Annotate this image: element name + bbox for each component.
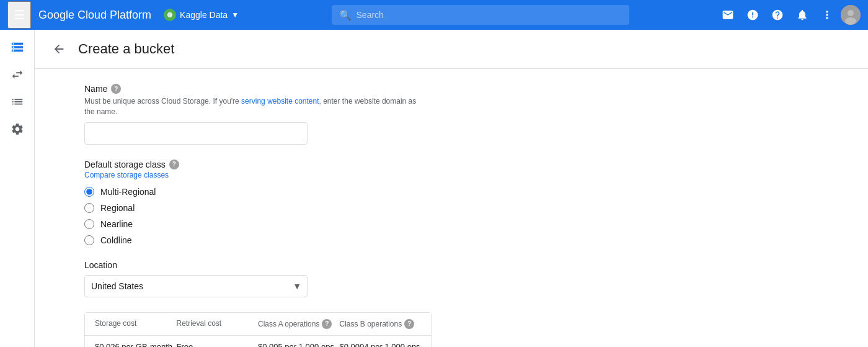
cost-table-header: Storage cost Retrieval cost Class A oper… <box>85 313 431 336</box>
main-content: Create a bucket Name ? Must be unique ac… <box>35 30 868 347</box>
location-select[interactable]: United States European Union Asia <box>84 275 308 297</box>
project-icon <box>164 9 176 21</box>
cost-col-storage: Storage cost <box>95 319 177 329</box>
class-a-help-icon[interactable]: ? <box>322 319 332 329</box>
help-icon-button[interactable] <box>766 4 789 26</box>
more-vert-icon <box>821 9 833 21</box>
radio-multi-regional-input[interactable] <box>84 187 94 197</box>
help-icon <box>771 9 784 21</box>
avatar[interactable] <box>841 5 861 25</box>
radio-regional[interactable]: Regional <box>84 203 419 213</box>
radio-coldline-input[interactable] <box>84 235 94 245</box>
sidebar-item-settings[interactable] <box>5 117 30 142</box>
error-icon-button[interactable] <box>742 4 764 26</box>
project-selector[interactable]: Kaggle Data ▼ <box>159 6 244 24</box>
menu-button[interactable]: ☰ <box>7 1 31 29</box>
storage-class-help-icon[interactable]: ? <box>169 160 179 169</box>
location-label: Location <box>84 260 419 270</box>
more-options-button[interactable] <box>816 4 838 26</box>
app-title: Google Cloud Platform <box>38 9 151 22</box>
cost-value-retrieval: Free <box>177 342 259 347</box>
cost-col-retrieval: Retrieval cost <box>177 319 259 329</box>
radio-nearline-input[interactable] <box>84 219 94 229</box>
cost-value-class-b: $0.0004 per 1,000 ops <box>340 342 422 347</box>
main-layout: Create a bucket Name ? Must be unique ac… <box>0 30 868 347</box>
cost-value-storage: $0.026 per GB-month <box>95 342 177 347</box>
name-description: Must be unique across Cloud Storage. If … <box>84 96 419 117</box>
svg-point-3 <box>845 17 856 25</box>
class-b-help-icon[interactable]: ? <box>404 319 414 329</box>
cost-col-class-b: Class B operations ? <box>340 319 422 329</box>
svg-point-0 <box>167 12 172 17</box>
cost-table: Storage cost Retrieval cost Class A oper… <box>84 312 432 347</box>
name-section: Name ? Must be unique across Cloud Stora… <box>84 84 419 145</box>
location-select-wrapper: United States European Union Asia ▼ <box>84 275 308 297</box>
radio-regional-input[interactable] <box>84 203 94 213</box>
email-icon-button[interactable] <box>717 4 739 26</box>
cost-table-body: $0.026 per GB-month Free $0.005 per 1,00… <box>85 336 431 347</box>
sidebar-item-transfer[interactable] <box>5 62 30 87</box>
top-navigation: ☰ Google Cloud Platform Kaggle Data ▼ 🔍 <box>0 0 868 30</box>
radio-coldline[interactable]: Coldline <box>84 235 419 245</box>
search-bar[interactable]: 🔍 <box>332 5 629 25</box>
name-label: Name ? <box>84 84 419 94</box>
bell-icon <box>796 9 808 21</box>
radio-nearline[interactable]: Nearline <box>84 219 419 229</box>
sidebar <box>0 30 35 347</box>
create-bucket-form: Name ? Must be unique across Cloud Stora… <box>35 69 469 347</box>
location-section: Location United States European Union As… <box>84 260 419 297</box>
storage-class-label: Default storage class ? <box>84 160 419 169</box>
back-arrow-icon <box>52 42 66 56</box>
compare-storage-link[interactable]: Compare storage classes <box>84 171 419 179</box>
error-icon <box>746 9 759 21</box>
sidebar-item-storage[interactable] <box>5 35 30 60</box>
chevron-down-icon: ▼ <box>231 11 239 19</box>
storage-class-section: Default storage class ? Compare storage … <box>84 160 419 245</box>
bucket-name-input[interactable] <box>84 122 308 145</box>
storage-class-radio-group: Multi-Regional Regional Nearline Coldlin… <box>84 187 419 245</box>
cost-col-class-a: Class A operations ? <box>258 319 340 329</box>
project-name: Kaggle Data <box>180 10 228 20</box>
back-button[interactable] <box>50 40 68 58</box>
serving-website-link[interactable]: serving website content <box>241 97 319 106</box>
cost-value-class-a: $0.005 per 1,000 ops <box>258 342 340 347</box>
email-icon <box>722 9 734 21</box>
search-input[interactable] <box>356 10 622 20</box>
page-header: Create a bucket <box>35 30 868 69</box>
search-icon: 🔍 <box>339 9 352 21</box>
radio-multi-regional[interactable]: Multi-Regional <box>84 187 419 197</box>
page-title: Create a bucket <box>78 41 174 57</box>
sidebar-item-list[interactable] <box>5 89 30 114</box>
user-avatar-icon <box>841 5 861 25</box>
svg-point-2 <box>848 10 854 16</box>
name-help-icon[interactable]: ? <box>111 84 121 94</box>
notifications-icon-button[interactable] <box>791 4 813 26</box>
